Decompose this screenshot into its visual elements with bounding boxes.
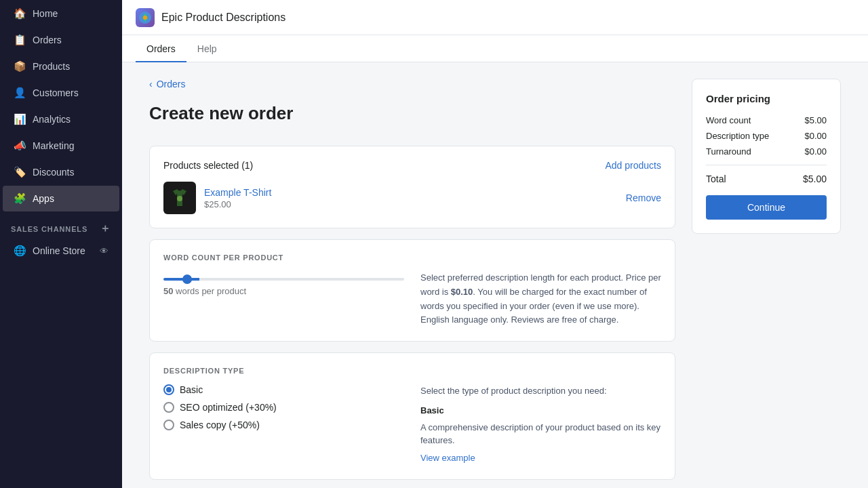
pricing-row-wordcount: Word count $5.00	[706, 115, 827, 125]
desc-type-name: Basic	[420, 404, 661, 418]
apps-icon: 🧩	[14, 192, 26, 205]
home-icon: 🏠	[14, 7, 26, 20]
marketing-icon: 📣	[14, 140, 26, 152]
slider-value: 50	[163, 286, 173, 296]
sidebar-item-orders[interactable]: 📋 Orders	[3, 27, 119, 53]
online-store-left: 🌐 Online Store	[14, 245, 85, 257]
sidebar-item-analytics-label: Analytics	[33, 114, 71, 125]
word-count-section-label: WORD COUNT PER PRODUCT	[163, 253, 661, 262]
products-icon: 📦	[14, 60, 26, 73]
svg-point-2	[143, 16, 147, 20]
pricing-row-turnaround: Turnaround $0.00	[706, 146, 827, 157]
app-tabs: Orders Help	[122, 35, 868, 62]
product-thumbnail	[163, 182, 196, 214]
product-row: Example T-Shirt $25.00 Remove	[163, 182, 661, 214]
online-store-icon: 🌐	[14, 245, 26, 257]
pricing-total-row: Total $5.00	[706, 174, 827, 184]
pricing-label-turnaround: Turnaround	[706, 146, 751, 157]
sales-channels-section: SALES CHANNELS ＋	[0, 212, 122, 239]
radio-circle-basic	[163, 384, 174, 395]
sidebar-item-marketing[interactable]: 📣 Marketing	[3, 133, 119, 159]
main-area: Epic Product Descriptions Orders Help ‹ …	[122, 0, 868, 488]
app-header: Epic Product Descriptions	[122, 0, 868, 35]
app-title: Epic Product Descriptions	[161, 12, 285, 24]
sidebar-item-apps-label: Apps	[33, 193, 54, 204]
products-card-header: Products selected (1) Add products	[163, 160, 661, 171]
radio-circle-seo	[163, 402, 174, 413]
left-column: ‹ Orders Create new order Products selec…	[149, 79, 675, 480]
sidebar-item-customers-label: Customers	[33, 87, 79, 98]
sidebar-nav: 🏠 Home 📋 Orders 📦 Products 👤 Customers 📊…	[0, 0, 122, 212]
product-price: $25.00	[204, 199, 618, 209]
analytics-icon: 📊	[14, 113, 26, 125]
slider-suffix: words per product	[176, 286, 246, 296]
sidebar-item-marketing-label: Marketing	[33, 140, 74, 151]
radio-label-sales: Sales copy (+50%)	[180, 420, 260, 430]
products-card: Products selected (1) Add products Examp…	[149, 146, 675, 228]
add-products-link[interactable]: Add products	[606, 160, 662, 171]
sidebar-item-apps[interactable]: 🧩 Apps	[3, 186, 119, 211]
app-logo	[136, 8, 155, 27]
word-count-description: Select preferred description length for …	[420, 272, 661, 325]
eye-icon[interactable]: 👁	[100, 246, 108, 256]
pricing-total-label: Total	[706, 174, 726, 184]
pricing-card: Order pricing Word count $5.00 Descripti…	[692, 79, 841, 234]
desc-type-section-label: DESCRIPTION TYPE	[163, 367, 661, 375]
pricing-value-wordcount: $5.00	[804, 115, 827, 125]
add-sales-channel-icon[interactable]: ＋	[100, 222, 111, 236]
description-type-card: DESCRIPTION TYPE Basic SEO optimized (+3…	[149, 352, 675, 479]
sidebar-item-customers[interactable]: 👤 Customers	[3, 80, 119, 106]
pricing-title: Order pricing	[706, 93, 827, 104]
sidebar-item-discounts[interactable]: 🏷️ Discounts	[3, 159, 119, 185]
products-selected-label: Products selected (1)	[163, 160, 253, 171]
breadcrumb-arrow: ‹	[149, 79, 153, 89]
details-inner: 50 words per product Select preferred de…	[163, 271, 661, 327]
view-example-link[interactable]: View example	[420, 453, 475, 463]
breadcrumb[interactable]: ‹ Orders	[149, 79, 675, 89]
pricing-total-value: $5.00	[803, 174, 827, 184]
page-title: Create new order	[149, 103, 675, 124]
radio-label-seo: SEO optimized (+30%)	[180, 402, 277, 413]
sidebar-item-home[interactable]: 🏠 Home	[3, 1, 119, 26]
orders-icon: 📋	[14, 34, 26, 46]
sidebar-item-analytics[interactable]: 📊 Analytics	[3, 106, 119, 132]
pricing-row-desctype: Description type $0.00	[706, 131, 827, 141]
word-count-slider[interactable]	[163, 278, 404, 281]
details-card: WORD COUNT PER PRODUCT 50 words per prod…	[149, 239, 675, 342]
customers-icon: 👤	[14, 87, 26, 99]
sidebar-item-online-store[interactable]: 🌐 Online Store 👁	[3, 239, 119, 262]
breadcrumb-label: Orders	[157, 79, 186, 89]
sales-channels-label: SALES CHANNELS	[11, 225, 87, 233]
desc-right: Select the type of product description y…	[420, 384, 661, 465]
product-info: Example T-Shirt $25.00	[204, 187, 618, 209]
radio-option-sales[interactable]: Sales copy (+50%)	[163, 420, 404, 430]
sidebar-item-products[interactable]: 📦 Products	[3, 54, 119, 79]
tab-help[interactable]: Help	[186, 35, 228, 62]
app-logo-inner	[136, 8, 155, 27]
details-right: Select preferred description length for …	[420, 271, 661, 327]
continue-button[interactable]: Continue	[706, 195, 827, 220]
sidebar-item-products-label: Products	[33, 61, 70, 72]
desc-left: Basic SEO optimized (+30%) Sales copy (+…	[163, 384, 404, 465]
remove-product-link[interactable]: Remove	[626, 192, 661, 203]
tab-orders[interactable]: Orders	[136, 35, 186, 62]
desc-inner: Basic SEO optimized (+30%) Sales copy (+…	[163, 384, 661, 465]
tshirt-svg	[167, 186, 192, 210]
product-name[interactable]: Example T-Shirt	[204, 187, 618, 198]
slider-words-label: 50 words per product	[163, 286, 404, 296]
radio-dot-basic	[166, 387, 172, 392]
pricing-value-desctype: $0.00	[804, 131, 827, 141]
desc-type-text: A comprehensive description of your prod…	[420, 421, 661, 447]
right-column: Order pricing Word count $5.00 Descripti…	[692, 79, 841, 234]
pricing-label-wordcount: Word count	[706, 115, 751, 125]
sidebar-item-discounts-label: Discounts	[33, 167, 74, 178]
radio-option-seo[interactable]: SEO optimized (+30%)	[163, 402, 404, 413]
discounts-icon: 🏷️	[14, 166, 26, 178]
radio-option-basic[interactable]: Basic	[163, 384, 404, 395]
sidebar-item-home-label: Home	[33, 8, 58, 19]
radio-circle-sales	[163, 420, 174, 430]
pricing-value-turnaround: $0.00	[804, 146, 827, 157]
pricing-divider	[706, 165, 827, 165]
pricing-label-desctype: Description type	[706, 131, 769, 141]
desc-type-intro: Select the type of product description y…	[420, 384, 661, 399]
